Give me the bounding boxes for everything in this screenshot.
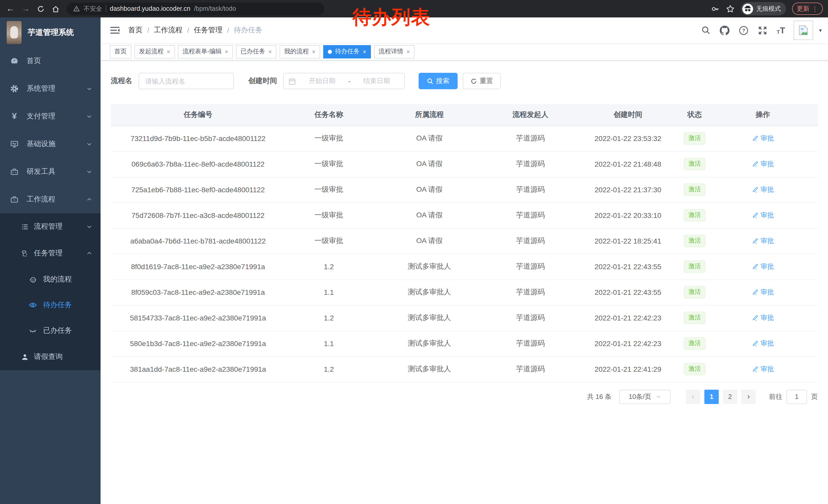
- close-icon[interactable]: ×: [225, 48, 228, 55]
- sidebar-item-todo-tasks[interactable]: 待办任务: [0, 292, 100, 318]
- chevron-up-icon: [86, 196, 92, 202]
- tab-done-tasks[interactable]: 已办任务×: [236, 45, 277, 58]
- next-page-button[interactable]: [741, 390, 756, 404]
- approve-link[interactable]: 审批: [752, 134, 774, 143]
- filter-bar: 流程名 创建时间 开始日期 - 结束日期 搜索 重置: [111, 73, 818, 89]
- help-icon[interactable]: ?: [739, 25, 749, 35]
- approve-link[interactable]: 审批: [752, 262, 774, 271]
- end-date-placeholder: 结束日期: [354, 77, 400, 86]
- sidebar-item-workflow[interactable]: 工作流程: [0, 186, 100, 213]
- eye-icon: [29, 301, 37, 309]
- url-divider: [106, 5, 106, 12]
- forward-icon[interactable]: →: [22, 5, 30, 13]
- browser-menu-icon[interactable]: ⋮: [812, 5, 818, 12]
- bookmark-star-icon[interactable]: [726, 4, 735, 13]
- back-icon[interactable]: ←: [6, 5, 14, 13]
- tab-start-process[interactable]: 发起流程×: [134, 45, 175, 58]
- sidebar-item-payment[interactable]: ¥ 支付管理: [0, 102, 100, 130]
- approve-link[interactable]: 审批: [752, 236, 774, 245]
- approve-link[interactable]: 审批: [752, 211, 774, 220]
- breadcrumb-workflow[interactable]: 工作流程: [154, 26, 182, 35]
- approve-link[interactable]: 审批: [752, 288, 774, 297]
- approve-link[interactable]: 审批: [752, 339, 774, 348]
- edit-icon: [752, 366, 758, 372]
- status-badge: 激活: [684, 337, 705, 350]
- font-size-icon[interactable]: TT: [777, 26, 785, 35]
- approve-label: 审批: [760, 313, 774, 322]
- page-button-1[interactable]: 1: [704, 390, 719, 404]
- close-icon[interactable]: ×: [363, 48, 366, 55]
- close-icon[interactable]: ×: [167, 48, 170, 55]
- chevron-right-icon: [746, 394, 751, 399]
- sidebar-item-label: 任务管理: [34, 249, 63, 258]
- svg-text:?: ?: [742, 28, 745, 33]
- sidebar-item-leave-query[interactable]: 请假查询: [0, 343, 100, 370]
- close-icon[interactable]: ×: [406, 48, 410, 55]
- reset-button[interactable]: 重置: [463, 73, 501, 89]
- task-time: 2022-01-22 23:53:32: [575, 126, 681, 151]
- col-process: 所属流程: [372, 104, 486, 126]
- prev-page-button[interactable]: [686, 390, 700, 404]
- search-icon: [427, 78, 433, 84]
- date-range-picker[interactable]: 开始日期 - 结束日期: [283, 73, 405, 89]
- sidebar-item-devtools[interactable]: 研发工具: [0, 158, 100, 186]
- chevron-up-icon: [86, 250, 92, 256]
- sidebar-item-infra[interactable]: 基础设施: [0, 130, 100, 158]
- table-header-row: 任务编号 任务名称 所属流程 流程发起人 创建时间 状态 操作: [111, 104, 818, 126]
- sidebar-item-home[interactable]: 首页: [0, 47, 100, 75]
- github-icon[interactable]: [720, 25, 730, 35]
- table-row: 069c6a63-7b8a-11ec-8ef0-acde48001122 一级审…: [111, 151, 818, 177]
- table-row: 580e1b3d-7ac8-11ec-a9e2-a2380e71991a 1.1…: [111, 331, 818, 356]
- page-button-2[interactable]: 2: [723, 390, 737, 404]
- sidebar-item-process-mgmt[interactable]: 流程管理: [0, 213, 100, 240]
- approve-link[interactable]: 审批: [752, 159, 774, 169]
- task-process: 测试多审批人: [372, 279, 486, 305]
- process-name-input[interactable]: [138, 73, 234, 89]
- chevron-down-icon: [86, 86, 92, 92]
- breadcrumb-home[interactable]: 首页: [128, 26, 142, 35]
- breadcrumb-task-mgmt[interactable]: 任务管理: [194, 26, 223, 35]
- home-icon[interactable]: [52, 5, 59, 12]
- task-process: OA 请假: [372, 177, 486, 202]
- goto-page-input[interactable]: [786, 390, 807, 404]
- sidebar: 芋道管理系统 首页 系统管理 ¥ 支付管理 基础设施: [0, 17, 100, 504]
- sidebar-collapse-icon[interactable]: [110, 26, 120, 34]
- url-bar[interactable]: 不安全 dashboard.yudao.iocoder.cn/bpm/task/…: [67, 2, 324, 15]
- tab-home[interactable]: 首页: [110, 45, 131, 58]
- reload-icon[interactable]: [37, 5, 45, 12]
- sidebar-item-my-process[interactable]: 我的流程: [0, 267, 100, 292]
- url-path: /bpm/task/todo: [194, 5, 236, 12]
- approve-link[interactable]: 审批: [752, 313, 774, 322]
- approve-link[interactable]: 审批: [752, 185, 774, 194]
- tab-process-detail[interactable]: 流程详情×: [374, 45, 415, 58]
- page-size-select[interactable]: 10条/页: [619, 390, 670, 404]
- calendar-icon: [288, 77, 296, 85]
- create-time-label: 创建时间: [248, 77, 277, 86]
- avatar-caret-icon[interactable]: ▾: [819, 27, 822, 34]
- tab-my-process[interactable]: 我的流程×: [280, 45, 320, 58]
- sidebar-item-system[interactable]: 系统管理: [0, 75, 100, 102]
- close-icon[interactable]: ×: [312, 48, 316, 55]
- chevron-down-icon: [655, 394, 661, 400]
- search-icon[interactable]: [701, 25, 711, 35]
- security-label: 不安全: [84, 4, 102, 13]
- password-key-icon[interactable]: [711, 4, 720, 13]
- app-logo-row[interactable]: 芋道管理系统: [0, 17, 100, 47]
- fullscreen-icon[interactable]: [758, 25, 768, 35]
- search-button[interactable]: 搜索: [419, 73, 458, 89]
- edit-icon: [752, 289, 758, 295]
- approve-link[interactable]: 审批: [752, 365, 774, 374]
- close-icon[interactable]: ×: [268, 48, 272, 55]
- approve-label: 审批: [760, 159, 774, 169]
- task-initiator: 芋道源码: [486, 126, 575, 151]
- tab-process-form-edit[interactable]: 流程表单-编辑×: [178, 45, 233, 58]
- tab-todo-tasks[interactable]: 待办任务×: [323, 45, 371, 58]
- sidebar-item-label: 首页: [27, 56, 92, 65]
- avatar[interactable]: [794, 20, 813, 40]
- table-row: 58154733-7ac8-11ec-a9e2-a2380e71991a 1.2…: [111, 305, 818, 331]
- edit-icon: [752, 161, 758, 168]
- sidebar-item-done-tasks[interactable]: 已办任务: [0, 318, 100, 343]
- update-button[interactable]: 更新 ⋮: [792, 3, 823, 15]
- task-initiator: 芋道源码: [486, 305, 575, 331]
- sidebar-item-task-mgmt[interactable]: 任务管理: [0, 240, 100, 267]
